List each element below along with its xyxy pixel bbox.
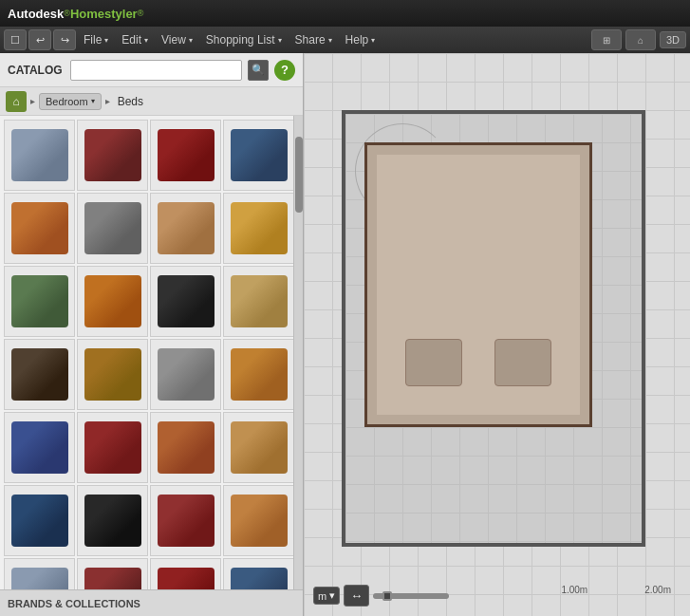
help-menu[interactable]: Help ▾ xyxy=(340,29,382,50)
search-button[interactable]: 🔍 xyxy=(248,60,269,81)
breadcrumb-separator-2: ▸ xyxy=(105,96,110,106)
breadcrumb-bedroom-label: Bedroom xyxy=(46,96,88,107)
help-label: Help xyxy=(345,33,369,47)
list-item[interactable] xyxy=(150,266,221,337)
canvas-area[interactable]: m ▾ ↔ 1.00m 2.00m xyxy=(304,53,690,616)
catalog-scrollbar[interactable] xyxy=(293,116,303,589)
list-item[interactable] xyxy=(223,193,293,264)
unit-arrow-icon: ▾ xyxy=(329,589,335,602)
new-button[interactable]: ☐ xyxy=(4,29,27,50)
list-item[interactable] xyxy=(77,485,148,556)
list-item[interactable] xyxy=(77,266,148,337)
file-menu[interactable]: File ▾ xyxy=(78,29,114,50)
zoom-slider[interactable] xyxy=(373,593,449,599)
file-menu-label: File xyxy=(84,33,102,47)
list-item[interactable] xyxy=(150,193,221,264)
furniture-inner xyxy=(377,155,580,415)
scale-labels: 1.00m 2.00m xyxy=(561,585,671,595)
bottom-toolbar: m ▾ ↔ xyxy=(313,585,449,607)
list-item[interactable] xyxy=(4,266,75,337)
ruler-icon: ↔ xyxy=(350,588,363,603)
breadcrumb-separator-1: ▸ xyxy=(30,96,35,106)
help-button[interactable]: ? xyxy=(274,60,295,81)
view-menu-label: View xyxy=(161,33,186,47)
file-menu-arrow: ▾ xyxy=(104,36,108,45)
catalog-grid-inner xyxy=(4,120,289,589)
help-icon: ? xyxy=(281,63,289,77)
list-item[interactable] xyxy=(4,412,75,483)
list-item[interactable] xyxy=(4,558,75,589)
scale-1m: 1.00m xyxy=(561,585,587,595)
list-item[interactable] xyxy=(223,339,293,410)
canvas-panel[interactable]: m ▾ ↔ 1.00m 2.00m xyxy=(304,53,690,616)
list-item[interactable] xyxy=(223,266,293,337)
list-item[interactable] xyxy=(150,412,221,483)
ruler-button[interactable]: ↔ xyxy=(344,585,369,607)
edit-menu[interactable]: Edit ▾ xyxy=(116,29,154,50)
undo-icon: ↩ xyxy=(36,34,45,47)
room-outline xyxy=(342,110,645,547)
shopping-list-arrow: ▾ xyxy=(278,36,282,45)
unit-select[interactable]: m ▾ xyxy=(313,587,340,605)
list-item[interactable] xyxy=(150,339,221,410)
main-content: CATALOG 🔍 ? ⌂ ▸ Bedroom ▾ ▸ Beds xyxy=(0,53,690,616)
left-panel: CATALOG 🔍 ? ⌂ ▸ Bedroom ▾ ▸ Beds xyxy=(0,53,304,616)
search-input[interactable] xyxy=(70,60,242,81)
catalog-grid xyxy=(0,116,293,589)
pillow-right xyxy=(494,339,551,386)
breadcrumb-home[interactable]: ⌂ xyxy=(6,91,27,112)
list-item[interactable] xyxy=(4,120,75,191)
list-item[interactable] xyxy=(223,412,293,483)
home-icon: ⌂ xyxy=(12,95,19,108)
breadcrumb: ⌂ ▸ Bedroom ▾ ▸ Beds xyxy=(0,87,303,116)
list-item[interactable] xyxy=(4,339,75,410)
3d-label: 3D xyxy=(666,34,680,46)
list-item[interactable] xyxy=(223,558,293,589)
2d-view-icon: ⊞ xyxy=(603,35,610,46)
redo-button[interactable]: ↪ xyxy=(53,29,76,50)
brands-label: BRANDS & COLLECTIONS xyxy=(8,598,140,609)
share-menu[interactable]: Share ▾ xyxy=(289,29,338,50)
search-icon: 🔍 xyxy=(252,64,265,76)
catalog-header: CATALOG 🔍 ? xyxy=(0,53,303,87)
list-item[interactable] xyxy=(77,412,148,483)
scale-2m: 2.00m xyxy=(644,585,671,595)
breadcrumb-bedroom[interactable]: Bedroom ▾ xyxy=(39,93,102,110)
edit-menu-label: Edit xyxy=(121,33,141,47)
shopping-list-menu[interactable]: Shopping List ▾ xyxy=(200,29,288,50)
room-furniture[interactable] xyxy=(364,142,592,427)
list-item[interactable] xyxy=(4,193,75,264)
zoom-slider-thumb[interactable] xyxy=(382,591,392,601)
list-item[interactable] xyxy=(77,339,148,410)
list-item[interactable] xyxy=(223,120,293,191)
app-brand: Autodesk xyxy=(8,7,64,21)
share-arrow: ▾ xyxy=(328,36,332,45)
breadcrumb-beds: Beds xyxy=(118,95,143,108)
help-arrow: ▾ xyxy=(371,36,375,45)
list-item[interactable] xyxy=(77,558,148,589)
catalog-scroll-area xyxy=(0,116,303,589)
scrollbar-thumb[interactable] xyxy=(295,137,303,213)
view-menu[interactable]: View ▾ xyxy=(156,29,198,50)
share-label: Share xyxy=(295,33,326,47)
3d-button[interactable]: 3D xyxy=(660,31,686,48)
titlebar: Autodesk® Homestyler® xyxy=(0,0,690,27)
brands-footer[interactable]: BRANDS & COLLECTIONS xyxy=(0,589,303,616)
list-item[interactable] xyxy=(150,485,221,556)
list-item[interactable] xyxy=(77,120,148,191)
shopping-list-label: Shopping List xyxy=(206,33,275,47)
house-icon: ⌂ xyxy=(638,35,643,46)
list-item[interactable] xyxy=(223,485,293,556)
unit-label: m xyxy=(318,590,326,602)
undo-button[interactable]: ↩ xyxy=(28,29,51,50)
breadcrumb-bedroom-arrow: ▾ xyxy=(91,97,95,105)
house-view-button[interactable]: ⌂ xyxy=(625,29,656,50)
view-menu-arrow: ▾ xyxy=(189,36,193,45)
pillow-left xyxy=(405,339,462,386)
list-item[interactable] xyxy=(150,558,221,589)
edit-menu-arrow: ▾ xyxy=(144,36,148,45)
list-item[interactable] xyxy=(150,120,221,191)
list-item[interactable] xyxy=(77,193,148,264)
list-item[interactable] xyxy=(4,485,75,556)
2d-view-button[interactable]: ⊞ xyxy=(591,29,622,50)
